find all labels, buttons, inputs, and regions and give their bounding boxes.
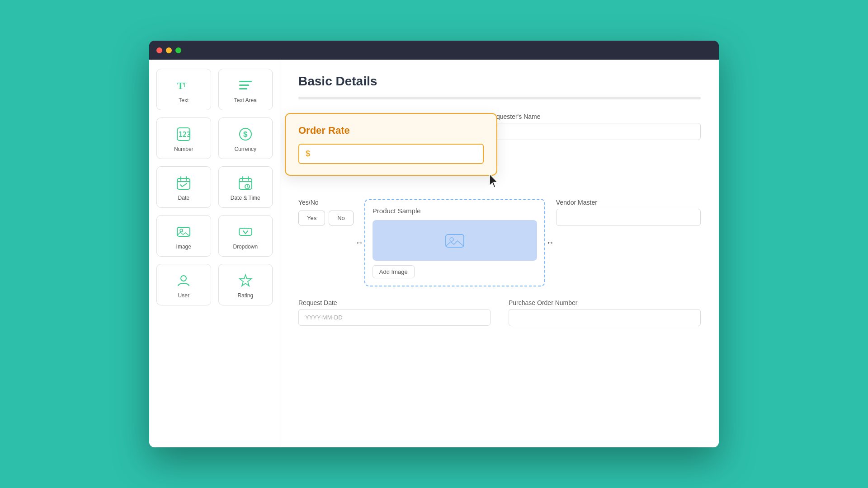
browser-window: T T Text Text Area 123 (149, 41, 719, 447)
dropdown-icon (237, 224, 254, 240)
svg-rect-9 (177, 178, 190, 189)
product-sample-wrapper: Product Sample Add Image ↔ ↔ (364, 199, 545, 286)
currency-symbol-icon: $ (306, 149, 310, 159)
date-time-icon (237, 175, 254, 191)
vendor-master-field: Vendor Master (556, 199, 701, 226)
svg-rect-20 (239, 228, 252, 235)
vendor-master-label: Vendor Master (556, 199, 701, 206)
product-sample-label: Product Sample (373, 207, 537, 215)
requester-name-label: Requester's Name (488, 113, 701, 120)
form-row-2: Yes/No Yes No Product Sample (298, 199, 701, 286)
sidebar-item-dropdown[interactable]: Dropdown (218, 215, 273, 257)
traffic-light-green[interactable] (175, 47, 181, 53)
yes-button[interactable]: Yes (298, 211, 325, 225)
progress-bar-fill (298, 97, 540, 99)
svg-rect-4 (239, 88, 247, 89)
user-icon (175, 272, 192, 289)
text-icon: T T (175, 77, 192, 94)
purchase-order-field: Purchase Order Number (509, 299, 701, 326)
number-icon: 123 (175, 126, 192, 142)
widget-label-date: Date (178, 195, 189, 201)
sidebar-item-user[interactable]: User (156, 264, 211, 305)
sidebar-item-text[interactable]: T T Text (156, 69, 211, 110)
purchase-order-label: Purchase Order Number (509, 299, 701, 306)
widget-label-text-area: Text Area (234, 97, 257, 103)
request-date-placeholder: YYYY-MM-DD (305, 314, 343, 321)
requester-name-field: Requester's Name (488, 113, 701, 140)
sidebar-item-text-area[interactable]: Text Area (218, 69, 273, 110)
svg-rect-3 (239, 84, 249, 86)
svg-rect-2 (239, 81, 252, 82)
upload-image-icon (445, 232, 465, 249)
widget-label-currency: Currency (234, 146, 256, 152)
order-rate-input[interactable] (314, 150, 476, 158)
main-area: Basic Details Order Rate $ (280, 60, 719, 447)
cursor-arrow-icon (487, 173, 501, 188)
add-image-button[interactable]: Add Image (373, 265, 415, 278)
date-icon (175, 175, 192, 191)
sidebar-item-date[interactable]: Date (156, 166, 211, 208)
order-rate-popup: Order Rate $ (285, 113, 497, 176)
widget-label-date-time: Date & Time (231, 195, 260, 201)
yes-no-buttons: Yes No (298, 211, 354, 225)
no-button[interactable]: No (329, 211, 354, 225)
widget-label-image: Image (176, 244, 191, 250)
svg-text:123: 123 (179, 131, 191, 139)
widget-label-rating: Rating (237, 292, 253, 299)
sidebar-item-number[interactable]: 123 Number (156, 117, 211, 159)
traffic-light-yellow[interactable] (166, 47, 172, 53)
form-row-3: Request Date YYYY-MM-DD Purchase Order N… (298, 299, 701, 326)
widget-label-text: Text (179, 97, 189, 103)
request-date-label: Request Date (298, 299, 491, 306)
form-section-row1: Order Rate $ (298, 113, 701, 172)
progress-bar (298, 97, 701, 99)
svg-text:T: T (183, 82, 187, 89)
currency-input-wrapper[interactable]: $ (298, 144, 484, 164)
order-rate-title: Order Rate (298, 125, 484, 136)
image-upload-area[interactable] (373, 220, 537, 261)
yes-no-field: Yes/No Yes No (298, 199, 354, 225)
request-date-field: Request Date YYYY-MM-DD (298, 299, 491, 326)
text-area-icon (237, 77, 254, 94)
widget-label-user: User (178, 292, 189, 299)
svg-marker-22 (240, 275, 251, 286)
svg-point-24 (450, 238, 453, 241)
sidebar: T T Text Text Area 123 (149, 60, 280, 447)
rating-icon (237, 272, 254, 289)
sidebar-item-rating[interactable]: Rating (218, 264, 273, 305)
sidebar-item-date-time[interactable]: Date & Time (218, 166, 273, 208)
browser-titlebar (149, 41, 719, 60)
request-date-input[interactable]: YYYY-MM-DD (298, 309, 491, 326)
svg-text:$: $ (243, 130, 248, 139)
resize-handle-left[interactable]: ↔ (355, 238, 363, 248)
svg-point-21 (181, 276, 186, 281)
resize-handle-right[interactable]: ↔ (546, 238, 554, 248)
vendor-master-input[interactable] (556, 209, 701, 226)
widget-label-number: Number (174, 146, 193, 152)
product-sample-container: Product Sample Add Image (364, 199, 545, 286)
page-title: Basic Details (298, 74, 701, 89)
sidebar-item-image[interactable]: Image (156, 215, 211, 257)
svg-point-19 (180, 229, 183, 232)
image-icon (175, 224, 192, 240)
purchase-order-input[interactable] (509, 309, 701, 326)
currency-icon: $ (237, 126, 254, 142)
browser-content: T T Text Text Area 123 (149, 60, 719, 447)
svg-rect-23 (446, 235, 464, 247)
yes-no-label: Yes/No (298, 199, 354, 206)
traffic-light-red[interactable] (156, 47, 162, 53)
widget-label-dropdown: Dropdown (233, 244, 258, 250)
sidebar-item-currency[interactable]: $ Currency (218, 117, 273, 159)
requester-name-input[interactable] (488, 123, 701, 140)
